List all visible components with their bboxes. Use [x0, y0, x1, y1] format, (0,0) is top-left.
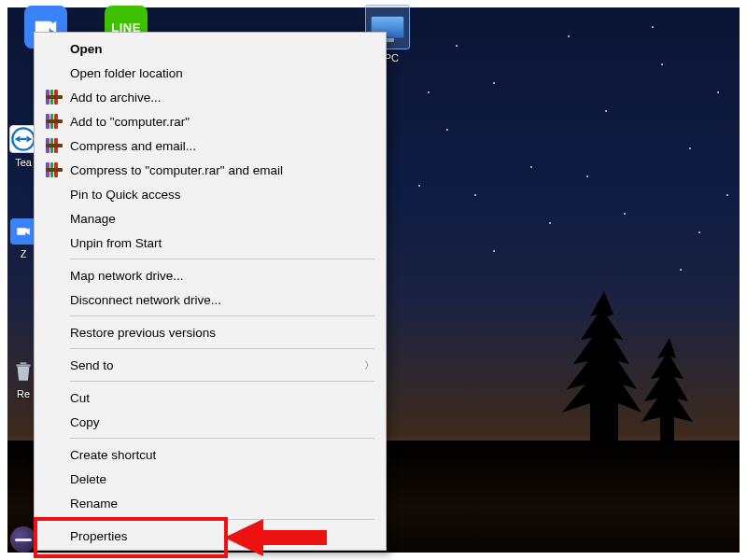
white-frame: Z LINE s PC Tea Z Re Open: [0, 0, 747, 560]
menu-label: Manage: [70, 212, 374, 226]
menu-label: Restore previous versions: [70, 326, 374, 340]
menu-separator: [70, 259, 374, 259]
menu-label: Add to archive...: [70, 91, 374, 105]
winrar-icon: [44, 88, 64, 106]
svg-rect-2: [21, 362, 27, 364]
menu-item-rename[interactable]: Rename: [36, 491, 384, 515]
menu-label: Unpin from Start: [70, 236, 374, 250]
menu-item-open[interactable]: Open: [36, 36, 384, 61]
menu-item-compress-email[interactable]: Compress and email...: [36, 133, 384, 158]
menu-separator: [70, 519, 374, 520]
menu-item-unpin-start[interactable]: Unpin from Start: [36, 231, 384, 255]
tree-silhouette: [553, 273, 712, 459]
menu-separator: [70, 381, 374, 382]
menu-label: Open: [70, 42, 374, 56]
menu-label: Compress and email...: [70, 139, 374, 153]
submenu-arrow-icon: 〉: [364, 358, 374, 372]
menu-item-open-folder-location[interactable]: Open folder location: [36, 61, 384, 85]
menu-separator: [70, 438, 374, 439]
menu-label: Disconnect network drive...: [70, 293, 374, 307]
recycle-bin-icon: [10, 358, 36, 385]
menu-item-send-to[interactable]: Send to 〉: [36, 353, 384, 377]
menu-item-restore-previous-versions[interactable]: Restore previous versions: [36, 320, 384, 344]
menu-label: Map network drive...: [70, 269, 374, 283]
menu-item-properties[interactable]: Properties: [36, 524, 384, 548]
menu-item-compress-computer-rar-email[interactable]: Compress to "computer.rar" and email: [36, 158, 384, 182]
winrar-icon: [44, 161, 64, 179]
menu-item-delete[interactable]: Delete: [36, 467, 384, 491]
menu-item-add-archive[interactable]: Add to archive...: [36, 85, 384, 109]
app-icon: [10, 218, 36, 245]
menu-label: Rename: [70, 497, 374, 511]
svg-rect-1: [21, 138, 27, 140]
context-menu: Open Open folder location Add to archive…: [34, 32, 387, 551]
menu-separator: [70, 315, 374, 316]
menu-label: Copy: [70, 415, 374, 429]
menu-item-disconnect-network-drive[interactable]: Disconnect network drive...: [36, 287, 384, 312]
winrar-icon: [44, 112, 64, 131]
menu-item-create-shortcut[interactable]: Create shortcut: [36, 442, 384, 467]
menu-label: Delete: [70, 472, 374, 486]
eclipse-icon: [10, 526, 36, 553]
menu-item-copy[interactable]: Copy: [36, 410, 384, 434]
menu-item-add-computer-rar[interactable]: Add to "computer.rar": [36, 109, 384, 133]
menu-label: Pin to Quick access: [70, 188, 374, 202]
winrar-icon: [44, 136, 64, 155]
menu-item-manage[interactable]: Manage: [36, 206, 384, 231]
menu-label: Add to "computer.rar": [70, 115, 374, 129]
annotation-arrow: [224, 519, 327, 556]
menu-label: Open folder location: [70, 66, 374, 80]
menu-item-pin-quick-access[interactable]: Pin to Quick access: [36, 182, 384, 206]
menu-item-map-network-drive[interactable]: Map network drive...: [36, 263, 384, 287]
menu-label: Create shortcut: [70, 448, 374, 462]
menu-label: Properties: [70, 529, 374, 543]
menu-separator: [70, 348, 374, 349]
menu-label: Send to: [70, 358, 364, 372]
menu-item-cut[interactable]: Cut: [36, 385, 384, 410]
menu-label: Compress to "computer.rar" and email: [70, 163, 374, 177]
menu-label: Cut: [70, 391, 374, 405]
